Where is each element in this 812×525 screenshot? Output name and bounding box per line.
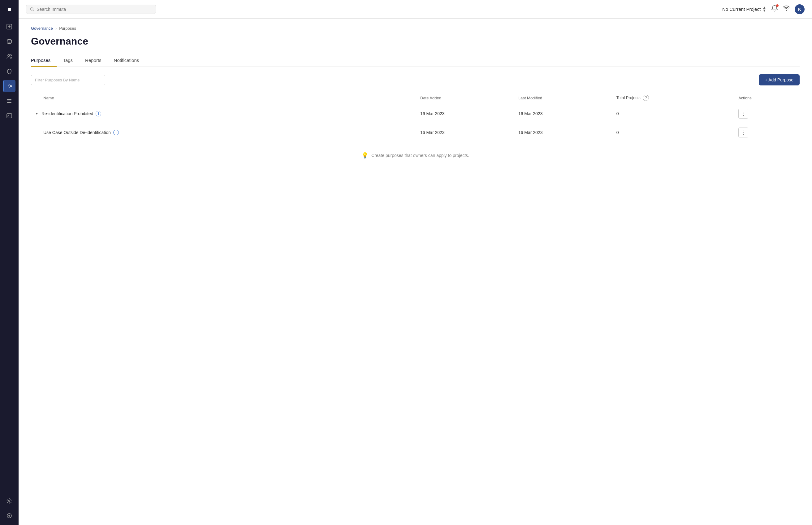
svg-rect-10 [7,114,12,118]
svg-line-16 [33,10,34,11]
breadcrumb-current: Purposes [59,26,76,31]
svg-point-6 [8,85,11,87]
page-title: Governance [31,35,800,47]
logo-icon[interactable]: ■ [3,3,15,15]
row-actions-button[interactable]: ⋮ [738,109,748,119]
breadcrumb-separator: › [56,26,57,31]
purpose-name-cell: Use Case Outside De-identification i [31,123,415,142]
col-date-added: Date Added [415,92,514,104]
filter-row: + Add Purpose [31,74,800,86]
hint-row: 💡 Create purposes that owners can apply … [31,142,800,169]
svg-rect-8 [7,101,12,101]
row-actions-button[interactable]: ⋮ [738,127,748,137]
bulb-icon: 💡 [362,152,368,159]
settings-icon[interactable] [3,495,15,507]
table-row: ▾ Re-identification Prohibited i 16 Mar … [31,104,800,123]
svg-point-11 [9,500,10,502]
table-row: Use Case Outside De-identification i 16 … [31,123,800,142]
purposes-table: Name Date Added Last Modified Total Proj… [31,92,800,142]
svg-point-4 [8,55,10,56]
main-area: No Current Project ▲▼ K [18,0,812,525]
tab-reports[interactable]: Reports [79,55,108,67]
actions-cell: ⋮ [733,123,800,142]
table-header-row: Name Date Added Last Modified Total Proj… [31,92,800,104]
tabs: Purposes Tags Reports Notifications [31,55,800,67]
svg-point-3 [7,40,12,41]
wifi-icon[interactable] [783,5,790,13]
date-added-cell: 16 Mar 2023 [415,123,514,142]
sidebar: ■ [0,0,18,525]
project-label: No Current Project [722,6,761,12]
col-last-modified: Last Modified [514,92,612,104]
shield-icon[interactable] [3,65,15,77]
add-bottom-icon[interactable] [3,510,15,522]
last-modified-cell: 16 Mar 2023 [514,104,612,123]
breadcrumb-parent[interactable]: Governance [31,26,53,31]
filter-input[interactable] [31,75,105,85]
tab-purposes[interactable]: Purposes [31,55,57,67]
svg-rect-9 [7,102,12,103]
users-icon[interactable] [3,50,15,62]
purpose-name-cell: ▾ Re-identification Prohibited i [31,104,415,123]
terminal-icon[interactable] [3,109,15,122]
search-container[interactable] [26,5,156,14]
database-icon[interactable] [3,35,15,48]
search-input[interactable] [36,7,152,12]
expand-button[interactable]: ▾ [35,111,39,116]
col-total-projects: Total Projects ? [612,92,733,104]
total-projects-cell: 0 [612,123,733,142]
last-modified-cell: 16 Mar 2023 [514,123,612,142]
chevrons-icon: ▲▼ [763,6,766,12]
hint-text: Create purposes that owners can apply to… [371,153,469,158]
col-name: Name [31,92,415,104]
total-projects-help-icon[interactable]: ? [643,95,649,101]
notification-dot [776,4,779,7]
add-purpose-button[interactable]: + Add Purpose [759,74,800,86]
breadcrumb: Governance › Purposes [31,26,800,31]
content: Governance › Purposes Governance Purpose… [18,18,812,525]
total-projects-cell: 0 [612,104,733,123]
search-icon [30,7,34,12]
key-icon[interactable] [3,80,15,92]
col-actions: Actions [733,92,800,104]
svg-point-5 [10,55,12,56]
list-icon[interactable] [3,95,15,107]
svg-rect-7 [7,99,12,100]
project-selector[interactable]: No Current Project ▲▼ [722,6,766,12]
tab-tags[interactable]: Tags [57,55,79,67]
topbar-right: No Current Project ▲▼ K [722,4,805,14]
purpose-name-text: Re-identification Prohibited [42,111,93,116]
add-icon[interactable] [3,20,15,33]
notification-icon[interactable] [771,5,778,13]
date-added-cell: 16 Mar 2023 [415,104,514,123]
purpose-info-icon[interactable]: i [113,130,119,135]
purpose-info-icon[interactable]: i [96,111,101,116]
topbar: No Current Project ▲▼ K [18,0,812,18]
avatar[interactable]: K [795,4,805,14]
purpose-name-text: Use Case Outside De-identification [43,130,111,135]
actions-cell: ⋮ [733,104,800,123]
tab-notifications[interactable]: Notifications [108,55,145,67]
